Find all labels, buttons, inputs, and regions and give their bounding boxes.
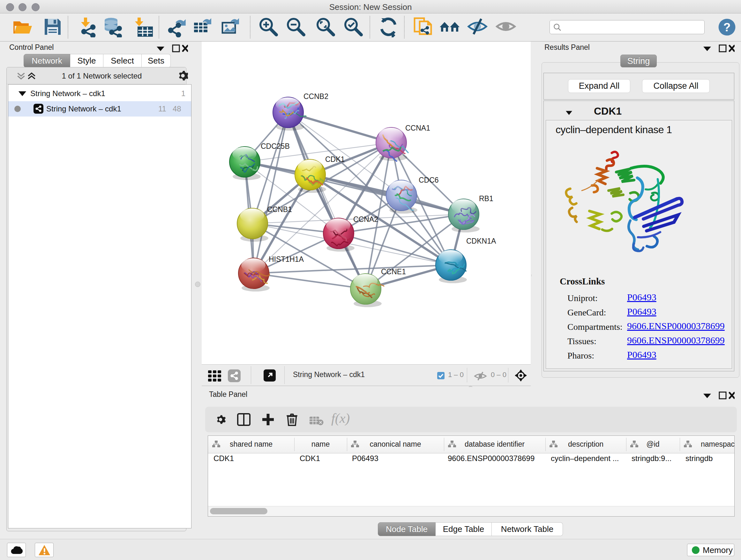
svg-text:HIST1H1A: HIST1H1A	[269, 255, 304, 263]
svg-text:CDKN1A: CDKN1A	[466, 237, 496, 245]
svg-text:CCNA1: CCNA1	[405, 124, 430, 132]
svg-text:CCNB2: CCNB2	[304, 92, 328, 101]
svg-text:CDC6: CDC6	[419, 176, 439, 184]
svg-text:CDC25B: CDC25B	[261, 142, 290, 150]
svg-text:RB1: RB1	[479, 194, 493, 203]
svg-text:CCNB1: CCNB1	[267, 205, 292, 213]
svg-text:CCNE1: CCNE1	[381, 267, 406, 276]
svg-text:CDK1: CDK1	[325, 155, 345, 164]
svg-text:?: ?	[724, 21, 731, 34]
svg-text:CCNA2: CCNA2	[353, 215, 378, 224]
